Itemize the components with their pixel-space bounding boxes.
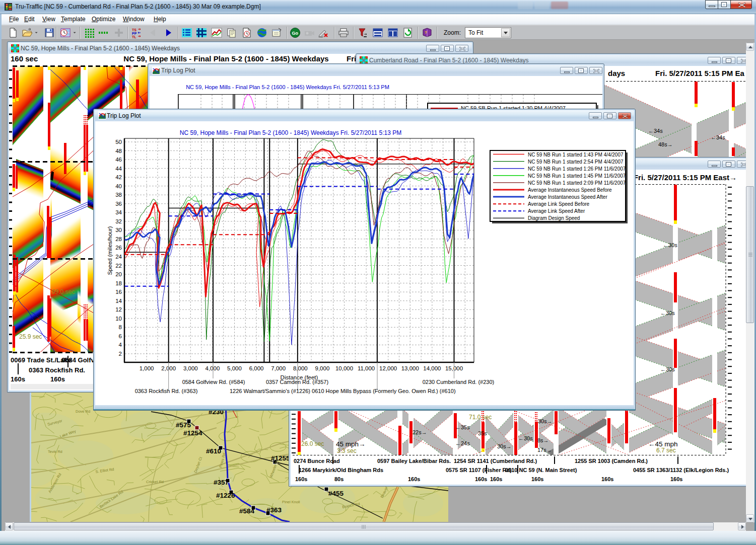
svg-text:#1255: #1255 [271,454,290,462]
svg-text:NC 59, Hope Mills - Final Pla: NC 59, Hope Mills - Final Plan 5-2 (1600… [123,54,328,63]
svg-text:Pinel Knoll: Pinel Knoll [282,500,300,504]
svg-text:46: 46 [115,157,122,163]
svg-text:1255 SR 1003 (Camden Rd.): 1255 SR 1003 (Camden Rd.) [575,458,648,464]
svg-text:←30s: ←30s [660,366,675,372]
svg-text:0610 NC 59 (N. Main Street): 0610 NC 59 (N. Main Street) [505,467,577,473]
svg-text:48: 48 [115,148,122,154]
svg-text:8,000: 8,000 [293,365,308,371]
svg-text:160s: 160s [408,476,420,482]
svg-text:PP: PP [132,32,137,35]
svg-text:11,000: 11,000 [358,365,375,371]
svg-text:Dove Rd: Dove Rd [76,409,90,414]
svg-text:160s: 160s [670,476,682,482]
svg-text:1226 Walmart/Sammio's (#1226): 1226 Walmart/Sammio's (#1226) 0610 Hope … [230,388,456,394]
svg-text:0584 Golfview Rd. (#584): 0584 Golfview Rd. (#584) [182,379,245,385]
svg-text:0455 SR 1363/1132 (Elk/Legion: 0455 SR 1363/1132 (Elk/Legion Rds.) [633,467,729,473]
svg-text:30s→: 30s→ [497,443,512,449]
svg-text:13,000: 13,000 [401,365,419,371]
svg-text:160s: 160s [295,476,307,482]
svg-text:35s: 35s [478,430,487,436]
svg-text:160 sec: 160 sec [11,54,38,63]
svg-text:36: 36 [115,201,122,207]
svg-text:Speed (miles/hour): Speed (miles/hour) [107,226,113,275]
svg-text:99.0 sec: 99.0 sec [52,288,75,295]
svg-text:160s: 160s [11,375,25,383]
svg-text:←30s: ←30s [660,310,675,316]
svg-text:0363 Rockfish Rd. (#363): 0363 Rockfish Rd. (#363) [135,388,198,394]
svg-text:160s: 160s [601,476,613,482]
svg-text:Average Link Speed After: Average Link Speed After [528,208,585,214]
svg-text:3,000: 3,000 [183,365,198,371]
svg-text:48s→: 48s→ [658,141,673,147]
svg-text:71.0 sec: 71.0 sec [469,414,492,421]
svg-text:9,000: 9,000 [315,365,330,371]
svg-text:28: 28 [115,236,122,242]
svg-text:TL: TL [132,35,136,38]
svg-text:#1254: #1254 [183,429,202,437]
svg-text:22s→: 22s→ [413,429,427,435]
svg-text:3.3 sec: 3.3 sec [337,447,357,454]
svg-text:days: days [608,69,625,77]
svg-text:0357 Camden Rd. (#357): 0357 Camden Rd. (#357) [266,379,328,385]
svg-text:0597 Bailey Lake/Bibar Rds.: 0597 Bailey Lake/Bibar Rds. [377,458,451,464]
svg-text:160s: 160s [490,476,502,482]
svg-text:4: 4 [119,342,122,348]
svg-text:6.7 sec: 6.7 sec [656,447,676,454]
svg-text:80s: 80s [334,476,343,482]
svg-text:7,000: 7,000 [271,365,286,371]
svg-text:38: 38 [115,192,122,198]
svg-text:Fri. 5/27/2011 5:15 PM Ea: Fri. 5/27/2011 5:15 PM Ea [655,69,744,77]
svg-text:40: 40 [115,183,122,189]
svg-text:NC 59, Hope Mills - Final Pla: NC 59, Hope Mills - Final Plan 5-2 (1600… [180,129,401,136]
svg-text:17s→: 17s→ [537,447,552,453]
svg-text:Tevis Rd: Tevis Rd [48,449,62,454]
svg-text:#1226: #1226 [216,492,235,499]
svg-text:32: 32 [115,218,122,224]
svg-text:45 mph→: 45 mph→ [336,440,366,448]
svg-text:26: 26 [115,245,122,251]
svg-text:1,000: 1,000 [140,365,154,371]
svg-text:Average Link Speed Before: Average Link Speed Before [528,201,590,207]
svg-text:44: 44 [115,166,122,172]
svg-text:NC 59, Hope Mills - Final Pla: NC 59, Hope Mills - Final Plan 5-2 (1600… [186,84,389,90]
svg-text:#610: #610 [206,447,221,455]
svg-text:160s: 160s [50,375,65,383]
svg-text:Diagram Design Speed: Diagram Design Speed [528,215,580,221]
svg-text:←30s: ←30s [518,435,533,441]
svg-text:6,000: 6,000 [249,365,264,371]
svg-text:16: 16 [115,289,122,295]
svg-text:Average Instantaneous Speed Af: Average Instantaneous Speed After [528,194,607,200]
svg-text:←34s: ←34s [711,134,725,140]
svg-text:20: 20 [115,271,122,277]
svg-text:14: 14 [115,298,122,304]
svg-text:Cricket Rd: Cricket Rd [146,480,164,484]
svg-text:2: 2 [119,351,122,357]
svg-text:12,000: 12,000 [379,365,397,371]
svg-text:50: 50 [115,139,122,145]
svg-text:25.9 sec: 25.9 sec [19,333,42,340]
svg-text:NC 59 NB Run 1 started 1:45 PM: NC 59 NB Run 1 started 1:45 PM 11/6/2007 [528,173,626,179]
svg-text:12: 12 [115,306,122,313]
svg-text:0575 SR 1107 (Fisher Rd): 0575 SR 1107 (Fisher Rd) [446,467,512,473]
svg-text:24: 24 [115,254,122,260]
svg-text:#584: #584 [239,507,255,515]
svg-text:30: 30 [115,227,122,233]
svg-text:←35s: ←35s [455,424,470,430]
svg-text:22: 22 [115,263,122,269]
svg-text:←34s: ←34s [648,128,663,134]
svg-text:#357: #357 [214,479,229,486]
svg-text:18: 18 [115,280,122,286]
svg-text:NC 59 NB Run 1 started 2:54 PM: NC 59 NB Run 1 started 2:54 PM 4/4/2007 [528,159,624,165]
svg-text:10: 10 [115,316,122,322]
svg-text:10,000: 10,000 [335,365,353,371]
svg-text:NC 59 NB Run 1 started 1:26 PM: NC 59 NB Run 1 started 1:26 PM 11/6/2007 [528,166,626,172]
svg-text:0230 Cumberland Rd. (#230): 0230 Cumberland Rd. (#230) [423,379,494,385]
svg-text:6: 6 [119,333,122,339]
svg-text:26.0 sec: 26.0 sec [301,440,324,447]
svg-text:160s: 160s [475,476,487,482]
svg-text:0363 Rockfish Rd.: 0363 Rockfish Rd. [29,366,85,374]
svg-text:4,000: 4,000 [205,365,220,371]
svg-text:42: 42 [115,174,122,180]
svg-text:NC 59 NB Run 1 started 2:09 PM: NC 59 NB Run 1 started 2:09 PM 11/6/2007 [528,180,626,186]
svg-text:8s→: 8s→ [537,437,549,443]
